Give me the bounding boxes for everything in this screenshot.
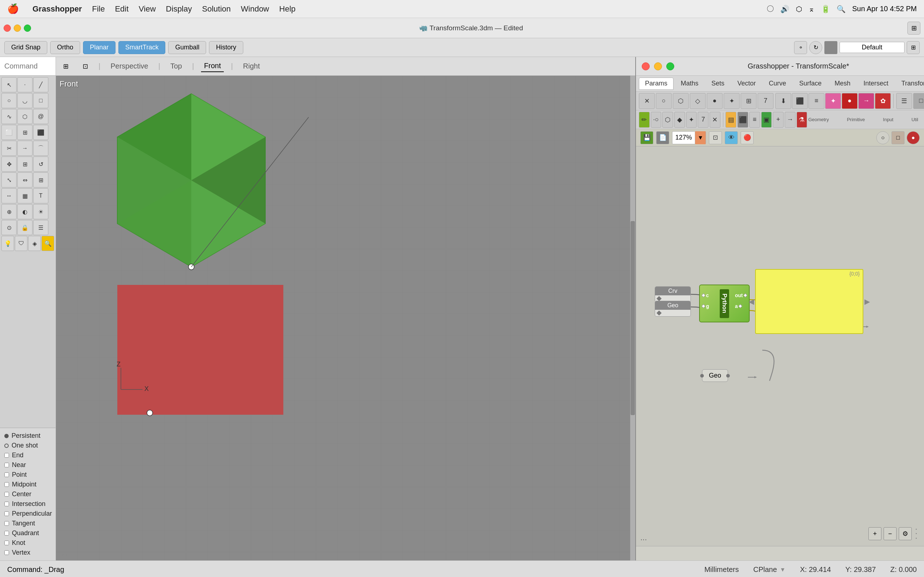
menu-view[interactable]: View (139, 4, 155, 14)
circle-tool[interactable]: ○ (2, 93, 16, 108)
gh-geo-icon-x[interactable]: ✕ (639, 93, 655, 109)
gh-util-icon-dot[interactable]: ·○ (651, 112, 662, 128)
menu-help[interactable]: Help (279, 4, 296, 14)
shield-tool[interactable]: 🛡 (15, 236, 27, 251)
gh-prim-icon-pink[interactable]: ✦ (825, 93, 841, 109)
spiral-tool[interactable]: @ (33, 109, 48, 124)
gh-prim-icon-bar[interactable]: ☰ (896, 93, 912, 109)
snap-oneshot[interactable]: One shot (4, 441, 51, 450)
shield2-tool[interactable]: ◈ (28, 236, 41, 251)
mirror-tool[interactable]: ⇔ (17, 172, 32, 187)
scale-tool[interactable]: ⤡ (2, 172, 16, 187)
viewport-menu-icon[interactable]: ⊞ (60, 60, 72, 73)
gumball-button[interactable]: Gumball (168, 41, 206, 54)
close-window-button[interactable] (3, 24, 11, 32)
arc-tool[interactable]: ◡ (17, 93, 32, 108)
gh-util-icon-pen[interactable]: ✏ (639, 112, 650, 128)
midpoint-checkbox[interactable] (4, 482, 9, 487)
search-icon[interactable]: 🔍 (837, 5, 846, 13)
rotate-tool[interactable]: ↺ (33, 156, 48, 172)
gh-input-icon-flask[interactable]: ⚗ (796, 112, 808, 128)
volume-icon[interactable]: 🔊 (780, 5, 789, 13)
gh-minimize-button[interactable] (654, 62, 662, 70)
apple-menu[interactable]: 🍎 (7, 3, 19, 15)
yellow-panel-expand-right[interactable]: ▶ (864, 297, 870, 306)
named-view-button[interactable]: ⊞ (907, 41, 920, 54)
quadrant-checkbox[interactable] (4, 531, 9, 535)
gh-util-icon-star2[interactable]: ✦ (686, 112, 697, 128)
bluetooth-icon[interactable]: ⬡ (796, 5, 802, 13)
wifi-icon[interactable]: ⌅ (809, 5, 815, 13)
gh-prim-icon-cherry[interactable]: ✿ (875, 93, 891, 109)
gh-prim-icon-right[interactable]: → (858, 93, 874, 109)
snap-midpoint[interactable]: Midpoint (4, 480, 51, 489)
gh-fit-btn[interactable]: ⊡ (709, 131, 722, 144)
knot-checkbox[interactable] (4, 541, 9, 545)
gh-prim-icon-sqb[interactable]: □ (913, 93, 924, 109)
polygon-tool[interactable]: ⬡ (17, 109, 32, 124)
bulb-tool[interactable]: 💡 (2, 236, 14, 251)
menu-edit[interactable]: Edit (115, 4, 129, 14)
color-swatch[interactable] (824, 41, 837, 54)
persistent-radio[interactable] (4, 434, 9, 438)
siri-icon[interactable]: 〇 (767, 4, 774, 14)
render-tool[interactable]: ◐ (17, 204, 32, 219)
fillet-tool[interactable]: ⌒ (33, 141, 48, 156)
viewport-canvas[interactable]: Front (56, 76, 635, 561)
gh-zoom-in-btn[interactable]: + (868, 527, 881, 540)
gh-util-icon-diamond2[interactable]: ◆ (674, 112, 685, 128)
gh-input-icon-grey[interactable]: ⬛ (737, 112, 748, 128)
tab-perspective[interactable]: Perspective (108, 61, 151, 72)
snap-point[interactable]: Point (4, 470, 51, 480)
intersection-checkbox[interactable] (4, 501, 9, 506)
move-tool[interactable]: ✥ (2, 156, 16, 172)
near-checkbox[interactable] (4, 463, 9, 467)
viewport-scroll-thumb-v[interactable] (630, 221, 635, 415)
gh-canvas[interactable]: Crv Geo c (636, 147, 924, 546)
gh-prim-icon-download[interactable]: ⬇ (775, 93, 791, 109)
cplane-dropdown-icon[interactable]: ▼ (780, 567, 786, 573)
hatch-tool[interactable]: ▦ (17, 188, 32, 203)
sidebar-toggle-button[interactable]: ⊞ (908, 22, 921, 35)
layer-tool[interactable]: ☰ (33, 220, 48, 235)
point-tool[interactable]: · (17, 77, 32, 92)
record-button[interactable]: ⚬ (794, 41, 807, 54)
gh-prim-icon-stack[interactable]: ≡ (809, 93, 824, 109)
gh-input-icon-yellow[interactable]: ▤ (725, 112, 736, 128)
gh-tab-maths[interactable]: Maths (675, 77, 704, 90)
snap-near[interactable]: Near (4, 460, 51, 470)
zoom-dropdown-btn[interactable]: ▼ (695, 131, 706, 144)
menu-solution[interactable]: Solution (202, 4, 231, 14)
history-button[interactable]: History (209, 41, 243, 54)
mesh-tool[interactable]: ⊞ (17, 125, 32, 140)
yellow-panel-node[interactable]: {0;0} ▶ ◀ (755, 269, 863, 334)
gh-tab-mesh[interactable]: Mesh (829, 77, 856, 90)
menu-grasshopper[interactable]: Grasshopper (32, 4, 82, 14)
gh-util-icon-numx[interactable]: ✕ (709, 112, 720, 128)
gh-zoom-out-btn[interactable]: − (884, 527, 897, 540)
gh-save-btn[interactable]: 💾 (640, 131, 653, 144)
gh-input-icon-rows[interactable]: ≡ (749, 112, 760, 128)
gh-util-icon-num7[interactable]: 7 (698, 112, 709, 128)
gh-error-btn[interactable]: ● (907, 131, 920, 144)
gh-util-icon-hex2[interactable]: ⬡ (662, 112, 673, 128)
extend-tool[interactable]: → (17, 141, 32, 156)
analyze-tool[interactable]: ⊕ (2, 204, 16, 219)
gh-geo-icon-grid[interactable]: ⊞ (741, 93, 756, 109)
gh-input-icon-plus[interactable]: + (773, 112, 783, 128)
gh-tab-surface[interactable]: Surface (793, 77, 827, 90)
gh-sphere-btn[interactable]: ○ (876, 131, 889, 144)
snap-perpendicular[interactable]: Perpendicular (4, 509, 51, 519)
polyline-tool[interactable]: ╱ (33, 77, 48, 92)
geo-input-node[interactable]: Geo (655, 301, 691, 317)
yellow-panel-expand-left[interactable]: ◀ (749, 297, 754, 306)
copy-tool[interactable]: ⊞ (17, 156, 32, 172)
gh-rect-btn[interactable]: □ (892, 131, 905, 144)
surface-tool[interactable]: ⬜ (2, 125, 16, 140)
gh-tab-sets[interactable]: Sets (706, 77, 730, 90)
smarttrack-button[interactable]: SmartTrack (118, 41, 165, 54)
gh-doc-btn[interactable]: 📄 (656, 131, 669, 144)
snap-knot[interactable]: Knot (4, 538, 51, 548)
tab-right[interactable]: Right (240, 61, 263, 72)
light-tool[interactable]: ☀ (33, 204, 48, 219)
